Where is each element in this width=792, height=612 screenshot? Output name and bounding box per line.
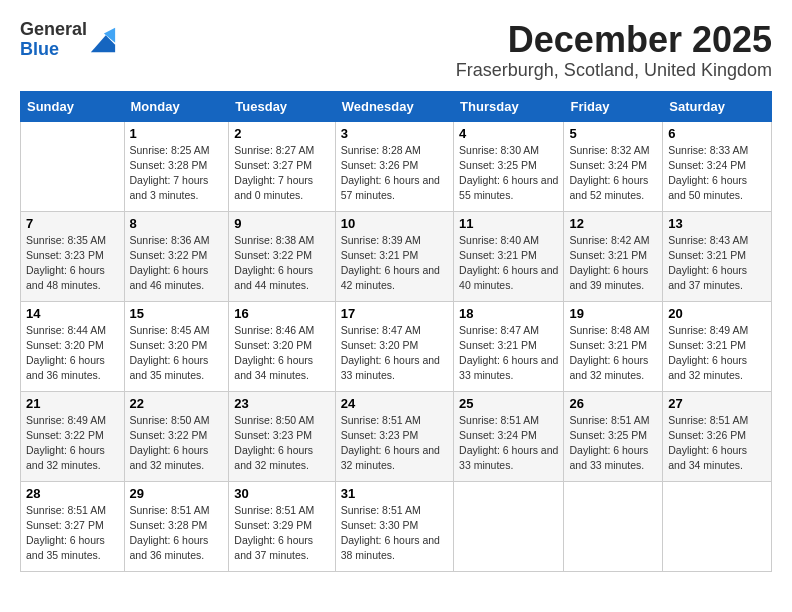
day-number: 6	[668, 126, 766, 141]
day-number: 7	[26, 216, 119, 231]
day-number: 2	[234, 126, 329, 141]
day-number: 10	[341, 216, 448, 231]
calendar-cell: 19Sunrise: 8:48 AMSunset: 3:21 PMDayligh…	[564, 301, 663, 391]
day-number: 12	[569, 216, 657, 231]
calendar-cell	[663, 481, 772, 571]
day-number: 14	[26, 306, 119, 321]
day-number: 16	[234, 306, 329, 321]
day-number: 9	[234, 216, 329, 231]
day-info: Sunrise: 8:40 AMSunset: 3:21 PMDaylight:…	[459, 233, 558, 294]
day-number: 15	[130, 306, 224, 321]
day-info: Sunrise: 8:50 AMSunset: 3:22 PMDaylight:…	[130, 413, 224, 474]
weekday-header-wednesday: Wednesday	[335, 91, 453, 121]
day-number: 8	[130, 216, 224, 231]
calendar-cell: 28Sunrise: 8:51 AMSunset: 3:27 PMDayligh…	[21, 481, 125, 571]
day-info: Sunrise: 8:51 AMSunset: 3:27 PMDaylight:…	[26, 503, 119, 564]
day-info: Sunrise: 8:33 AMSunset: 3:24 PMDaylight:…	[668, 143, 766, 204]
logo: General Blue	[20, 20, 117, 60]
calendar-body: 1Sunrise: 8:25 AMSunset: 3:28 PMDaylight…	[21, 121, 772, 571]
day-info: Sunrise: 8:32 AMSunset: 3:24 PMDaylight:…	[569, 143, 657, 204]
day-number: 21	[26, 396, 119, 411]
calendar-cell	[454, 481, 564, 571]
day-info: Sunrise: 8:39 AMSunset: 3:21 PMDaylight:…	[341, 233, 448, 294]
calendar-cell: 20Sunrise: 8:49 AMSunset: 3:21 PMDayligh…	[663, 301, 772, 391]
day-number: 11	[459, 216, 558, 231]
calendar-cell: 2Sunrise: 8:27 AMSunset: 3:27 PMDaylight…	[229, 121, 335, 211]
day-info: Sunrise: 8:38 AMSunset: 3:22 PMDaylight:…	[234, 233, 329, 294]
day-info: Sunrise: 8:51 AMSunset: 3:23 PMDaylight:…	[341, 413, 448, 474]
calendar-cell: 22Sunrise: 8:50 AMSunset: 3:22 PMDayligh…	[124, 391, 229, 481]
calendar-cell: 13Sunrise: 8:43 AMSunset: 3:21 PMDayligh…	[663, 211, 772, 301]
day-info: Sunrise: 8:43 AMSunset: 3:21 PMDaylight:…	[668, 233, 766, 294]
calendar-cell: 18Sunrise: 8:47 AMSunset: 3:21 PMDayligh…	[454, 301, 564, 391]
calendar-cell	[21, 121, 125, 211]
calendar-cell: 21Sunrise: 8:49 AMSunset: 3:22 PMDayligh…	[21, 391, 125, 481]
calendar-week-2: 7Sunrise: 8:35 AMSunset: 3:23 PMDaylight…	[21, 211, 772, 301]
day-info: Sunrise: 8:51 AMSunset: 3:30 PMDaylight:…	[341, 503, 448, 564]
day-info: Sunrise: 8:47 AMSunset: 3:21 PMDaylight:…	[459, 323, 558, 384]
calendar-cell: 25Sunrise: 8:51 AMSunset: 3:24 PMDayligh…	[454, 391, 564, 481]
calendar-cell: 1Sunrise: 8:25 AMSunset: 3:28 PMDaylight…	[124, 121, 229, 211]
day-number: 30	[234, 486, 329, 501]
logo-general: General	[20, 19, 87, 39]
calendar-cell: 7Sunrise: 8:35 AMSunset: 3:23 PMDaylight…	[21, 211, 125, 301]
day-info: Sunrise: 8:51 AMSunset: 3:24 PMDaylight:…	[459, 413, 558, 474]
day-info: Sunrise: 8:49 AMSunset: 3:22 PMDaylight:…	[26, 413, 119, 474]
day-number: 18	[459, 306, 558, 321]
calendar-cell: 5Sunrise: 8:32 AMSunset: 3:24 PMDaylight…	[564, 121, 663, 211]
weekday-header-tuesday: Tuesday	[229, 91, 335, 121]
calendar-cell: 23Sunrise: 8:50 AMSunset: 3:23 PMDayligh…	[229, 391, 335, 481]
calendar-week-5: 28Sunrise: 8:51 AMSunset: 3:27 PMDayligh…	[21, 481, 772, 571]
calendar-cell	[564, 481, 663, 571]
day-number: 29	[130, 486, 224, 501]
day-number: 19	[569, 306, 657, 321]
calendar-table: SundayMondayTuesdayWednesdayThursdayFrid…	[20, 91, 772, 572]
day-number: 25	[459, 396, 558, 411]
calendar-cell: 29Sunrise: 8:51 AMSunset: 3:28 PMDayligh…	[124, 481, 229, 571]
day-info: Sunrise: 8:28 AMSunset: 3:26 PMDaylight:…	[341, 143, 448, 204]
calendar-cell: 11Sunrise: 8:40 AMSunset: 3:21 PMDayligh…	[454, 211, 564, 301]
calendar-cell: 4Sunrise: 8:30 AMSunset: 3:25 PMDaylight…	[454, 121, 564, 211]
day-info: Sunrise: 8:27 AMSunset: 3:27 PMDaylight:…	[234, 143, 329, 204]
calendar-cell: 24Sunrise: 8:51 AMSunset: 3:23 PMDayligh…	[335, 391, 453, 481]
calendar-cell: 3Sunrise: 8:28 AMSunset: 3:26 PMDaylight…	[335, 121, 453, 211]
day-number: 28	[26, 486, 119, 501]
calendar-cell: 6Sunrise: 8:33 AMSunset: 3:24 PMDaylight…	[663, 121, 772, 211]
day-info: Sunrise: 8:44 AMSunset: 3:20 PMDaylight:…	[26, 323, 119, 384]
calendar-week-3: 14Sunrise: 8:44 AMSunset: 3:20 PMDayligh…	[21, 301, 772, 391]
calendar-cell: 14Sunrise: 8:44 AMSunset: 3:20 PMDayligh…	[21, 301, 125, 391]
day-info: Sunrise: 8:51 AMSunset: 3:28 PMDaylight:…	[130, 503, 224, 564]
calendar-cell: 31Sunrise: 8:51 AMSunset: 3:30 PMDayligh…	[335, 481, 453, 571]
day-number: 23	[234, 396, 329, 411]
calendar-cell: 10Sunrise: 8:39 AMSunset: 3:21 PMDayligh…	[335, 211, 453, 301]
day-number: 13	[668, 216, 766, 231]
day-info: Sunrise: 8:48 AMSunset: 3:21 PMDaylight:…	[569, 323, 657, 384]
weekday-header-row: SundayMondayTuesdayWednesdayThursdayFrid…	[21, 91, 772, 121]
page-header: General Blue December 2025 Fraserburgh, …	[20, 20, 772, 81]
day-info: Sunrise: 8:25 AMSunset: 3:28 PMDaylight:…	[130, 143, 224, 204]
day-number: 27	[668, 396, 766, 411]
calendar-cell: 9Sunrise: 8:38 AMSunset: 3:22 PMDaylight…	[229, 211, 335, 301]
day-number: 1	[130, 126, 224, 141]
page-subtitle: Fraserburgh, Scotland, United Kingdom	[456, 60, 772, 81]
day-number: 17	[341, 306, 448, 321]
weekday-header-saturday: Saturday	[663, 91, 772, 121]
day-info: Sunrise: 8:42 AMSunset: 3:21 PMDaylight:…	[569, 233, 657, 294]
day-number: 4	[459, 126, 558, 141]
calendar-week-1: 1Sunrise: 8:25 AMSunset: 3:28 PMDaylight…	[21, 121, 772, 211]
calendar-cell: 12Sunrise: 8:42 AMSunset: 3:21 PMDayligh…	[564, 211, 663, 301]
day-info: Sunrise: 8:46 AMSunset: 3:20 PMDaylight:…	[234, 323, 329, 384]
day-info: Sunrise: 8:51 AMSunset: 3:25 PMDaylight:…	[569, 413, 657, 474]
calendar-week-4: 21Sunrise: 8:49 AMSunset: 3:22 PMDayligh…	[21, 391, 772, 481]
weekday-header-monday: Monday	[124, 91, 229, 121]
calendar-cell: 15Sunrise: 8:45 AMSunset: 3:20 PMDayligh…	[124, 301, 229, 391]
day-info: Sunrise: 8:51 AMSunset: 3:26 PMDaylight:…	[668, 413, 766, 474]
day-info: Sunrise: 8:50 AMSunset: 3:23 PMDaylight:…	[234, 413, 329, 474]
day-number: 20	[668, 306, 766, 321]
day-info: Sunrise: 8:35 AMSunset: 3:23 PMDaylight:…	[26, 233, 119, 294]
day-number: 3	[341, 126, 448, 141]
page-title: December 2025	[456, 20, 772, 60]
day-info: Sunrise: 8:36 AMSunset: 3:22 PMDaylight:…	[130, 233, 224, 294]
calendar-cell: 26Sunrise: 8:51 AMSunset: 3:25 PMDayligh…	[564, 391, 663, 481]
day-number: 31	[341, 486, 448, 501]
